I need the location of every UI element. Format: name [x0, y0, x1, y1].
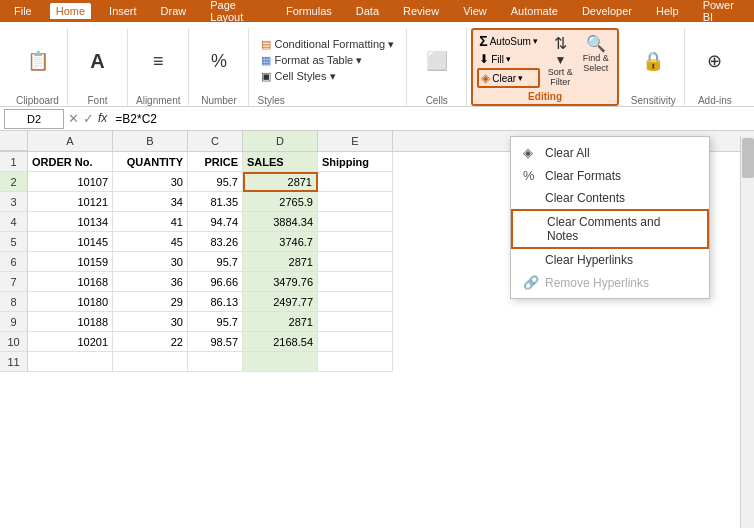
cell-c3[interactable]: 81.35	[188, 192, 243, 212]
cell-b7[interactable]: 36	[113, 272, 188, 292]
number-button[interactable]: %	[201, 48, 237, 74]
cell-a10[interactable]: 10201	[28, 332, 113, 352]
clear-all-button[interactable]: ◈ Clear All	[511, 141, 709, 164]
menu-home[interactable]: Home	[50, 3, 91, 19]
clipboard-group: 📋 Clipboard	[8, 28, 68, 106]
clear-formats-button[interactable]: % Clear Formats	[511, 164, 709, 187]
cell-a2[interactable]: 10107	[28, 172, 113, 192]
cell-e6[interactable]	[318, 252, 393, 272]
menu-view[interactable]: View	[457, 3, 493, 19]
cell-d11[interactable]	[243, 352, 318, 372]
menu-pagelayout[interactable]: Page Layout	[204, 0, 268, 25]
cell-a5[interactable]: 10145	[28, 232, 113, 252]
scroll-thumb[interactable]	[742, 138, 754, 178]
cell-a4[interactable]: 10134	[28, 212, 113, 232]
cell-c9[interactable]: 95.7	[188, 312, 243, 332]
cell-e2[interactable]	[318, 172, 393, 192]
cell-b10[interactable]: 22	[113, 332, 188, 352]
font-button[interactable]: A	[80, 47, 116, 75]
menu-help[interactable]: Help	[650, 3, 685, 19]
cell-d8[interactable]: 2497.77	[243, 292, 318, 312]
cell-a8[interactable]: 10180	[28, 292, 113, 312]
cell-b8[interactable]: 29	[113, 292, 188, 312]
col-header-a[interactable]: A	[28, 131, 113, 151]
cell-e8[interactable]	[318, 292, 393, 312]
cell-c2[interactable]: 95.7	[188, 172, 243, 192]
menu-review[interactable]: Review	[397, 3, 445, 19]
cell-b3[interactable]: 34	[113, 192, 188, 212]
cell-c10[interactable]: 98.57	[188, 332, 243, 352]
addins-button[interactable]: ⊕	[697, 48, 733, 74]
autosum-button[interactable]: Σ AutoSum ▾	[477, 32, 540, 50]
cell-c8[interactable]: 86.13	[188, 292, 243, 312]
vertical-scrollbar[interactable]	[740, 136, 754, 528]
cell-b11[interactable]	[113, 352, 188, 372]
cell-a11[interactable]	[28, 352, 113, 372]
cell-e9[interactable]	[318, 312, 393, 332]
conditional-formatting-button[interactable]: ▤ Conditional Formatting ▾	[257, 37, 398, 52]
cell-e10[interactable]	[318, 332, 393, 352]
cell-d9[interactable]: 2871	[243, 312, 318, 332]
sensitivity-button[interactable]: 🔒	[635, 48, 671, 74]
sort-filter-button[interactable]: ⇅ ▼ Sort &Filter	[544, 32, 577, 89]
cell-c7[interactable]: 96.66	[188, 272, 243, 292]
cell-e11[interactable]	[318, 352, 393, 372]
clear-hyperlinks-button[interactable]: Clear Hyperlinks	[511, 249, 709, 271]
cell-c1[interactable]: PRICE	[188, 152, 243, 172]
cell-styles-button[interactable]: ▣ Cell Styles ▾	[257, 69, 398, 84]
confirm-icon[interactable]: ✓	[83, 111, 94, 126]
cell-d7[interactable]: 3479.76	[243, 272, 318, 292]
clear-button[interactable]: ◈ Clear ▾	[477, 68, 540, 88]
cell-a3[interactable]: 10121	[28, 192, 113, 212]
menu-data[interactable]: Data	[350, 3, 385, 19]
cancel-icon[interactable]: ✕	[68, 111, 79, 126]
cell-b2[interactable]: 30	[113, 172, 188, 192]
cell-e4[interactable]	[318, 212, 393, 232]
cells-button[interactable]: ⬜	[419, 48, 455, 74]
cell-c5[interactable]: 83.26	[188, 232, 243, 252]
cell-a6[interactable]: 10159	[28, 252, 113, 272]
menu-powerbi[interactable]: Power BI	[697, 0, 746, 25]
cell-reference-input[interactable]	[4, 109, 64, 129]
cell-a7[interactable]: 10168	[28, 272, 113, 292]
menu-file[interactable]: File	[8, 3, 38, 19]
cell-b4[interactable]: 41	[113, 212, 188, 232]
clear-comments-button[interactable]: Clear Comments and Notes	[511, 209, 709, 249]
menu-draw[interactable]: Draw	[155, 3, 193, 19]
cell-d3[interactable]: 2765.9	[243, 192, 318, 212]
cell-d10[interactable]: 2168.54	[243, 332, 318, 352]
cell-e7[interactable]	[318, 272, 393, 292]
cell-d4[interactable]: 3884.34	[243, 212, 318, 232]
clipboard-button[interactable]: 📋	[20, 48, 56, 74]
cell-c11[interactable]	[188, 352, 243, 372]
col-header-e[interactable]: E	[318, 131, 393, 151]
menu-developer[interactable]: Developer	[576, 3, 638, 19]
cell-d5[interactable]: 3746.7	[243, 232, 318, 252]
cell-a1[interactable]: ORDER No.	[28, 152, 113, 172]
cell-c6[interactable]: 95.7	[188, 252, 243, 272]
format-as-table-button[interactable]: ▦ Format as Table ▾	[257, 53, 398, 68]
cell-d1[interactable]: SALES	[243, 152, 318, 172]
col-header-d[interactable]: D	[243, 131, 318, 151]
fill-button[interactable]: ⬇ Fill ▾	[477, 51, 540, 67]
cell-c4[interactable]: 94.74	[188, 212, 243, 232]
menu-formulas[interactable]: Formulas	[280, 3, 338, 19]
formula-input[interactable]	[111, 112, 750, 126]
cell-b1[interactable]: QUANTITY	[113, 152, 188, 172]
cell-b5[interactable]: 45	[113, 232, 188, 252]
cell-e5[interactable]	[318, 232, 393, 252]
cell-e1[interactable]: Shipping	[318, 152, 393, 172]
col-header-c[interactable]: C	[188, 131, 243, 151]
cell-b9[interactable]: 30	[113, 312, 188, 332]
cell-b6[interactable]: 30	[113, 252, 188, 272]
cell-a9[interactable]: 10188	[28, 312, 113, 332]
col-header-b[interactable]: B	[113, 131, 188, 151]
alignment-button[interactable]: ≡	[140, 48, 176, 74]
cell-e3[interactable]	[318, 192, 393, 212]
menu-insert[interactable]: Insert	[103, 3, 143, 19]
find-select-button[interactable]: 🔍 Find &Select	[579, 32, 613, 89]
menu-automate[interactable]: Automate	[505, 3, 564, 19]
cell-d2[interactable]: 2871	[243, 172, 318, 192]
clear-contents-button[interactable]: Clear Contents	[511, 187, 709, 209]
cell-d6[interactable]: 2871	[243, 252, 318, 272]
